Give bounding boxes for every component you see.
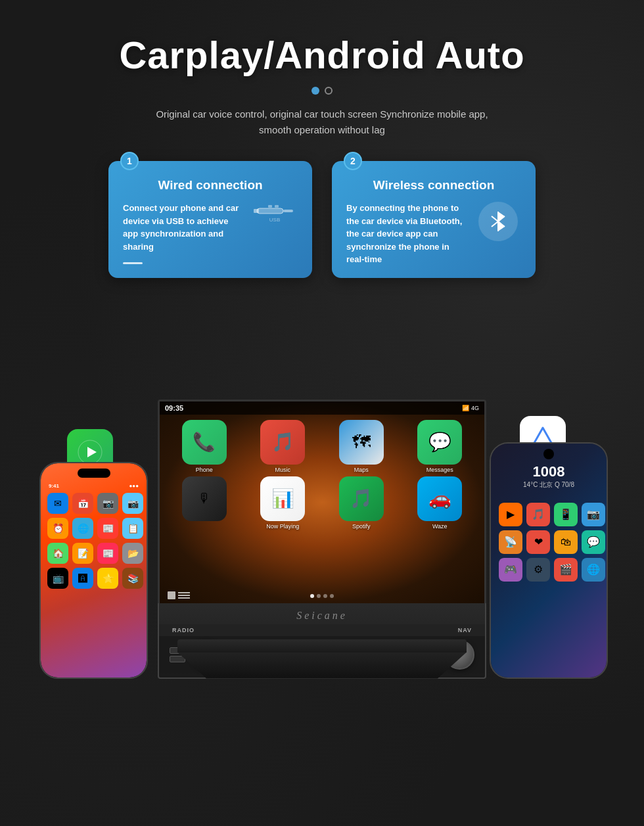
wireless-card-title: Wireless connection: [346, 178, 521, 193]
r-app-4: 📷: [582, 503, 605, 526]
phone-app-books: 📚: [122, 568, 143, 589]
phone-right-time: 1008: [496, 463, 601, 480]
car-controls-row: RADIO NAV: [159, 624, 485, 636]
wired-card-text: Connect your phone and car device via US…: [123, 202, 244, 253]
wireless-card-text: By connecting the phone to the car devic…: [346, 202, 467, 266]
phone-left-time: 9:41: [49, 483, 59, 489]
r-app-5: 📡: [499, 530, 522, 554]
app-spotify[interactable]: 🎵 Spotify: [325, 476, 398, 530]
phone-right: 1008 14°C 北京 Q 70/8 ▶ 🎵 📱 📷 📡 ❤ 🛍 💬 🎮 ⚙: [490, 442, 608, 679]
r-app-6: ❤: [526, 530, 550, 554]
r-app-1: ▶: [499, 503, 522, 526]
phone-right-punch: [543, 449, 554, 459]
svg-rect-2: [254, 209, 259, 213]
app-waze[interactable]: 🚗 Waze: [403, 476, 477, 530]
wired-card-title: Wired connection: [123, 178, 298, 193]
car-brand: Seicane: [159, 607, 485, 624]
phone-app-news2: 📰: [97, 543, 118, 564]
svg-rect-0: [257, 208, 283, 214]
subtitle: Original car voice control, original car…: [26, 106, 618, 138]
page-title: Carplay/Android Auto: [26, 33, 618, 77]
app-phone[interactable]: 📞 Phone: [168, 420, 241, 473]
r-app-3: 📱: [554, 503, 578, 526]
dot-1[interactable]: [311, 87, 319, 95]
phone-app-cam: 📷: [122, 493, 143, 514]
dot-2[interactable]: [325, 87, 333, 95]
app-music-label: Music: [275, 467, 290, 473]
screen-dots: [310, 594, 334, 598]
r-app-8: 💬: [582, 530, 605, 554]
r-app-11: 🎬: [554, 558, 578, 582]
car-screen[interactable]: 09:35 📶 4G 📞 Phone 🎵 Music: [158, 400, 486, 603]
device-section: carplay Android auto 9: [26, 311, 618, 679]
phone-app-remind: 📋: [122, 518, 143, 539]
car-platform: [177, 639, 467, 679]
radio-btn[interactable]: RADIO: [172, 627, 195, 633]
screen-bottom-btn[interactable]: [168, 591, 190, 599]
bluetooth-icon: [475, 202, 521, 241]
phone-left: 9:41 ●●● ✉ 📅 📷 📷 ⏰ 🌐 📰 📋 🏠 📝: [39, 462, 148, 679]
app-waze-label: Waze: [432, 523, 448, 530]
phone-app-tv: 📺: [47, 568, 68, 589]
car-unit: 09:35 📶 4G 📞 Phone 🎵 Music: [158, 400, 486, 679]
phone-app-grid: ✉ 📅 📷 📷 ⏰ 🌐 📰 📋 🏠 📝 📰 📂 📺 🅰: [46, 493, 141, 589]
phone-app-star: ⭐: [97, 568, 118, 589]
phone-app-home: 🏠: [47, 543, 68, 564]
phone-app-files: 📂: [122, 543, 143, 564]
app-siri[interactable]: 🎙: [168, 476, 241, 530]
app-maps-label: Maps: [354, 467, 369, 473]
phone-app-cal: 📅: [72, 493, 93, 514]
app-nowplaying[interactable]: 📊 Now Playing: [246, 476, 320, 530]
app-grid-row1: 📞 Phone 🎵 Music 🗺 Maps 💬: [160, 402, 484, 478]
app-messages-label: Messages: [426, 467, 453, 473]
app-spotify-label: Spotify: [352, 523, 371, 530]
card-number-2: 2: [344, 152, 362, 170]
app-nowplaying-label: Now Playing: [266, 523, 299, 530]
r-app-2: 🎵: [526, 503, 550, 526]
r-app-10: ⚙: [526, 558, 550, 582]
wireless-connection-card: 2 Wireless connection By connecting the …: [332, 161, 536, 278]
app-music[interactable]: 🎵 Music: [246, 420, 320, 473]
svg-marker-10: [87, 447, 97, 457]
connection-cards: 1 Wired connection Connect your phone an…: [26, 161, 618, 278]
svg-rect-4: [275, 205, 279, 208]
phone-notch: [78, 469, 110, 478]
card-footer-line-1: [123, 262, 143, 264]
phone-app-mail: ✉: [47, 493, 68, 514]
phone-app-store: 🅰: [72, 568, 93, 589]
phone-right-temp: 14°C 北京 Q 70/8: [496, 480, 601, 490]
r-app-7: 🛍: [554, 530, 578, 554]
phone-app-notes: 📝: [72, 543, 93, 564]
phone-app-news: 📰: [97, 518, 118, 539]
phone-left-status: ●●●: [129, 483, 139, 489]
app-maps[interactable]: 🗺 Maps: [325, 420, 398, 473]
card-number-1: 1: [120, 152, 139, 170]
usb-icon: USB: [252, 202, 298, 225]
svg-rect-3: [268, 205, 272, 208]
r-app-9: 🎮: [499, 558, 522, 582]
nav-btn[interactable]: NAV: [458, 627, 472, 633]
phone-app-web: 🌐: [72, 518, 93, 539]
app-phone-label: Phone: [196, 467, 213, 473]
svg-text:USB: USB: [269, 217, 279, 223]
app-messages[interactable]: 💬 Messages: [403, 420, 477, 473]
phone-app-clock: ⏰: [47, 518, 68, 539]
slide-indicator[interactable]: [26, 87, 618, 95]
r-app-12: 🌐: [582, 558, 605, 582]
svg-rect-1: [283, 210, 293, 212]
app-grid-row2: 🎙 📊 Now Playing 🎵 Spotify 🚗: [160, 474, 484, 535]
phone-app-photo: 📷: [97, 493, 118, 514]
wired-connection-card: 1 Wired connection Connect your phone an…: [108, 161, 312, 278]
